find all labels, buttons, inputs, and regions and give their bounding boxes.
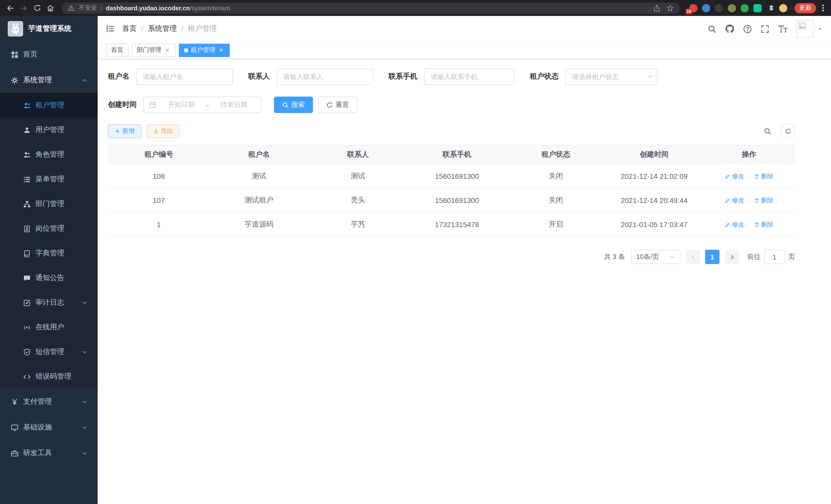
table-row[interactable]: 108 测试 测试 15601691300 关闭 2021-12-14 21:0… [108,164,795,188]
column-header: 联系手机 [407,145,507,164]
sidebar-item-dept[interactable]: 部门管理 [0,191,98,216]
help-icon[interactable] [743,24,752,33]
sidebar-item-system[interactable]: 系统管理 [0,67,98,93]
sidebar-item-online[interactable]: 在线用户 [0,315,98,339]
export-button[interactable]: 导出 [146,124,180,138]
delete-link[interactable]: 删除 [754,220,773,229]
cell-contact: 秃头 [309,188,407,212]
sidebar-item-errcode[interactable]: 错误码管理 [0,364,98,389]
add-button-label: 新增 [122,127,135,136]
sidebar-collapse-icon[interactable] [106,24,115,33]
status-select-input[interactable] [565,68,658,85]
add-button[interactable]: 新增 [108,124,141,138]
extension-icon[interactable] [728,4,736,12]
sidebar-item-label: 字典管理 [35,249,64,258]
delete-link[interactable]: 删除 [754,196,773,205]
edit-link-label: 修改 [732,220,744,229]
sidebar-item-post[interactable]: 岗位管理 [0,216,98,241]
sidebar-item-notice[interactable]: 通知公告 [0,266,98,290]
sidebar-item-sms[interactable]: 短信管理 [0,339,98,364]
sidebar-item-tenant[interactable]: 租户管理 [0,93,98,118]
contact-input[interactable] [277,68,373,85]
prev-page-icon[interactable] [686,250,700,264]
table-row[interactable]: 107 测试租户 秃头 15601691300 关闭 2021-12-14 20… [108,188,795,212]
search-button[interactable]: 搜索 [274,97,313,113]
sidebar-item-menu[interactable]: 菜单管理 [0,167,98,191]
refresh-icon[interactable] [781,124,795,138]
filter-contact: 联系人 [248,68,373,85]
breadcrumb-home[interactable]: 首页 [122,24,137,33]
column-header: 租户名 [210,145,309,164]
reload-icon[interactable] [31,2,43,14]
sidebar-item-tools[interactable]: 研发工具 [0,440,98,466]
extension-icon[interactable] [702,4,710,12]
edit-link[interactable]: 修改 [725,196,744,205]
home-nav-icon[interactable] [44,2,57,14]
url-text[interactable]: dashboard.yudao.iocoder.cn/system/tenant [106,4,649,11]
sidebar-item-pay[interactable]: 支付管理 [0,389,98,415]
share-icon[interactable] [653,4,660,11]
goto-page-input[interactable] [764,250,785,264]
extension-icon[interactable]: 10 [689,4,697,12]
reset-button[interactable]: 重置 [318,97,357,113]
edit-link[interactable]: 修改 [725,220,744,229]
next-page-icon[interactable] [725,250,739,264]
search-icon[interactable] [708,24,716,33]
github-icon[interactable] [725,24,735,33]
back-icon[interactable] [4,2,17,14]
page-content: 租户名 联系人 联系手机 租户状态 [98,59,831,504]
close-icon[interactable] [164,47,171,53]
bookmark-star-icon[interactable] [666,4,674,11]
breadcrumb-system[interactable]: 系统管理 [148,24,177,33]
cell-tenant-id: 108 [108,164,210,188]
browser-update-button[interactable]: 更新 [795,3,816,13]
warning-icon [68,5,75,11]
date-range-picker[interactable]: 开始日期 - 结束日期 [143,97,262,113]
table-row[interactable]: 1 芋道源码 芋艿 17321315478 开启 2021-01-05 17:0… [108,212,795,237]
url-bar[interactable]: 不安全 dashboard.yudao.iocoder.cn/system/te… [62,2,680,13]
tab-tenant[interactable]: 租户管理 [179,43,230,57]
gear-icon [10,76,19,84]
tenant-table: 租户编号 租户名 联系人 联系手机 租户状态 创建时间 操作 108 测试 [108,145,795,237]
sidebar-item-dict[interactable]: 字典管理 [0,241,98,266]
delete-link[interactable]: 删除 [754,172,773,181]
shield-icon [23,348,31,356]
sidebar-item-infra[interactable]: 基础设施 [0,415,98,440]
goto-page: 前往 页 [747,250,795,264]
sidebar-item-home[interactable]: 首页 [0,41,98,67]
security-label[interactable]: 不安全 [79,4,97,12]
user-avatar[interactable] [797,20,823,37]
tab-dept[interactable]: 部门管理 [132,43,176,57]
breadcrumb: 首页 / 系统管理 / 租户管理 [122,24,217,33]
chevron-down-icon [82,399,87,405]
extensions-puzzle-icon[interactable] [766,4,774,12]
url-path: /system/tenant [190,4,230,11]
status-select[interactable] [565,68,658,85]
profile-avatar-icon[interactable] [779,4,787,12]
font-size-icon[interactable] [778,24,788,33]
extension-icon[interactable] [753,4,762,12]
browser-menu-icon[interactable] [819,5,827,11]
page-number-1[interactable]: 1 [705,250,719,264]
extension-icon[interactable] [715,4,723,12]
tab-home[interactable]: 首页 [106,43,128,57]
sidebar-item-user[interactable]: 用户管理 [0,118,98,142]
search-toggle-icon[interactable] [760,124,774,138]
close-icon[interactable] [218,47,225,53]
sidebar-item-role[interactable]: 角色管理 [0,142,98,167]
forward-icon[interactable] [18,2,30,14]
sidebar-item-audit[interactable]: 审计日志 [0,290,98,315]
edit-link[interactable]: 修改 [725,172,744,181]
table-toolbar: 新增 导出 [108,124,795,138]
yen-icon [10,398,19,406]
page-size-select[interactable]: 10条/页 [631,250,681,264]
cell-tenant-id: 107 [108,188,210,212]
tenant-name-input[interactable] [136,68,233,85]
fullscreen-icon[interactable] [761,24,769,33]
app-logo[interactable]: 芋道管理系统 [0,16,98,41]
column-header: 创建时间 [605,145,703,164]
phone-input[interactable] [424,68,514,85]
breadcrumb-current: 租户管理 [188,24,217,33]
extensions-area: 10 [689,4,787,12]
extension-icon[interactable] [741,4,749,12]
